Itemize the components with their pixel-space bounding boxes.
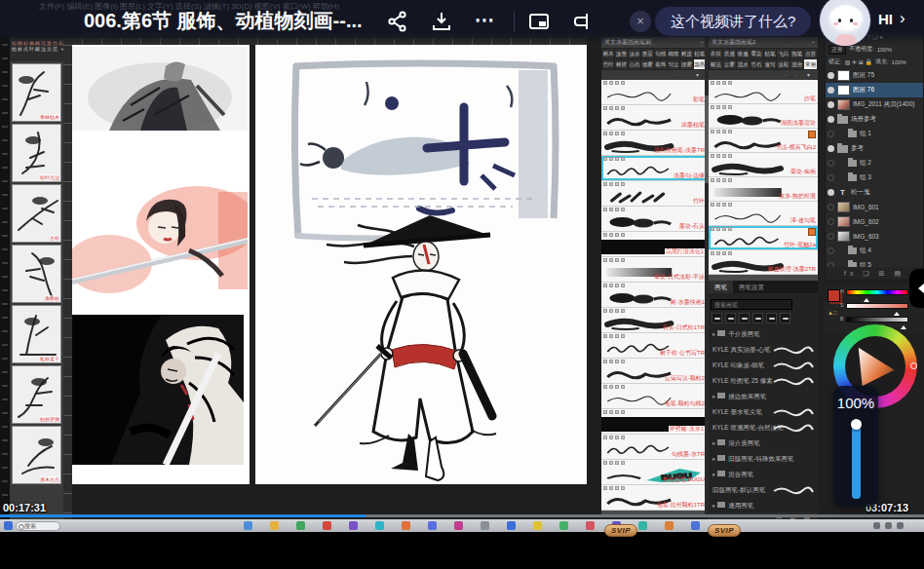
- brush-row[interactable]: 墨染-石头: [601, 207, 707, 232]
- brush-group-row[interactable]: ▸旧版画笔-特殊效果画笔: [709, 451, 818, 467]
- brush-row[interactable]: 竹叶-笔触2a: [709, 226, 818, 250]
- layer-visibility-toggle[interactable]: [828, 233, 834, 240]
- brush-group-row[interactable]: ▸混合画笔: [709, 467, 818, 482]
- brush-category-tab[interactable]: 勾线: [655, 49, 667, 58]
- brush-category-tab[interactable]: 团雾: [680, 59, 692, 69]
- brush-category-tab[interactable]: 竹石: [751, 59, 763, 69]
- layer-visibility-toggle[interactable]: [828, 131, 834, 137]
- brush-category-tab[interactable]: 喷溅: [737, 49, 750, 58]
- tree-reference-card[interactable]: 虬枝老干: [12, 305, 61, 363]
- brush-category-tab[interactable]: 淡彩: [777, 59, 789, 69]
- layer-row[interactable]: IMG_601: [826, 200, 923, 214]
- brush-row[interactable]: 书法-横百飞白2: [709, 129, 818, 153]
- brush-preset-row[interactable]: KYLE 真实油墨-心笔: [709, 342, 818, 358]
- brush-preset-row[interactable]: 旧版画笔-默认画笔: [709, 482, 818, 498]
- brush-row[interactable]: 树皮纹理-淡墨2TR: [709, 250, 818, 275]
- layer-visibility-toggle[interactable]: [828, 101, 834, 108]
- close-icon[interactable]: ×: [630, 11, 651, 32]
- tree-reference-card[interactable]: 灌木丛点: [12, 426, 61, 484]
- layer-row[interactable]: IMG_602: [826, 214, 923, 229]
- foreground-color-swatch[interactable]: [828, 289, 840, 302]
- brush-group-row[interactable]: ▸描边效果画笔: [709, 389, 818, 404]
- brush-category-tab[interactable]: 墨景: [641, 49, 653, 58]
- layer-row[interactable]: 组 3: [826, 171, 923, 185]
- chevron-right-icon[interactable]: ›: [900, 9, 905, 28]
- brush-preset-row[interactable]: KYLE 喷溅画笔-自然淡笔: [709, 420, 818, 436]
- brush-category-tab[interactable]: 点苔: [804, 49, 817, 58]
- layer-visibility-toggle[interactable]: [828, 72, 834, 79]
- brush-row[interactable]: 泽-速勾笔: [709, 202, 818, 226]
- layer-row[interactable]: 图层 75: [826, 68, 923, 83]
- fill-value[interactable]: 100%: [892, 59, 906, 65]
- brush-row[interactable]: 晕染-实画: [709, 153, 818, 177]
- download-icon[interactable]: [430, 10, 453, 33]
- brush-category-tab[interactable]: 竹叶: [602, 59, 614, 69]
- layer-row[interactable]: 图层 76: [826, 83, 923, 97]
- brush-category-tab[interactable]: 树皮: [680, 49, 692, 58]
- layer-row[interactable]: IMG_2011 拷贝(1400): [826, 97, 923, 112]
- brush-category-tab[interactable]: 山石: [629, 59, 640, 69]
- brush-group-row[interactable]: ▸干介质画笔: [709, 326, 818, 342]
- video-content-area[interactable]: 画纸03.psd @ 70.7% (图层 76, RGB/8) * 松柳杉枫树写…: [0, 24, 924, 519]
- layer-visibility-toggle[interactable]: [828, 247, 834, 254]
- brush-category-tab[interactable]: 流水: [737, 59, 750, 69]
- layer-visibility-toggle[interactable]: [828, 160, 834, 167]
- brush-category-tab[interactable]: 淡水: [629, 49, 640, 58]
- brush-group-row[interactable]: ▸通用画笔: [709, 498, 818, 513]
- ai-question-bubble[interactable]: 这个视频讲了什么?: [655, 7, 811, 36]
- brush-row[interactable]: 斧劈皴-淡水1: [601, 409, 707, 435]
- brush-group-row[interactable]: ▸湿介质画笔: [709, 436, 818, 451]
- brush-category-tab[interactable]: 烟雾: [641, 59, 653, 69]
- brush-category-tab[interactable]: 拖笔: [790, 49, 803, 58]
- layer-row[interactable]: 组 4: [826, 244, 923, 258]
- volume-slider[interactable]: [852, 423, 861, 499]
- brush-category-tab[interactable]: 细雨: [668, 49, 679, 58]
- brush-row[interactable]: 勾线墨-水TR: [601, 435, 707, 460]
- brush-category-tab[interactable]: 树木: [602, 49, 614, 58]
- brush-row[interactable]: 淡水-拖把松混: [709, 177, 818, 202]
- brush-category-tab[interactable]: 质感: [723, 49, 736, 58]
- brush-category-tab[interactable]: 皴法: [710, 59, 722, 69]
- tree-reference-card[interactable]: 垂柳枝: [12, 245, 61, 303]
- layer-row[interactable]: 场景参考: [826, 112, 923, 127]
- tree-reference-card[interactable]: 古松: [12, 184, 61, 243]
- brush-category-tab[interactable]: 树枝: [615, 59, 627, 69]
- brush-category-tab[interactable]: 装饰: [655, 59, 667, 69]
- tree-reference-card[interactable]: 枯枝穿插: [12, 365, 61, 424]
- brightness-slider[interactable]: [846, 317, 908, 322]
- brush-row[interactable]: BUGU长毛边笔-BUGU: [601, 460, 707, 485]
- brush-row[interactable]: 晕染-日式淡彩-平涂: [601, 257, 707, 283]
- layer-row[interactable]: 参考: [826, 141, 923, 156]
- layer-row[interactable]: T松一鬼: [826, 185, 923, 200]
- brush-category-tab[interactable]: 速写: [764, 59, 777, 69]
- brush-search-input[interactable]: 搜索画笔: [711, 299, 792, 310]
- brush-row[interactable]: 乌黑打湿淡化1: [601, 232, 707, 257]
- brush-category-tab[interactable]: 衣纹: [710, 49, 722, 58]
- volume-knob[interactable]: [851, 419, 862, 430]
- brush-category-tab[interactable]: 飞白: [777, 49, 789, 58]
- brush-row[interactable]: 毛笔-拉丝颗粒1TR: [601, 485, 707, 511]
- brush-category-tab[interactable]: 写云: [668, 59, 679, 69]
- assistant-hi-label[interactable]: HI: [878, 11, 893, 27]
- tree-reference-card[interactable]: 松针点法: [12, 124, 61, 182]
- brush-category-tab[interactable]: 枯笔: [764, 49, 777, 58]
- layer-row[interactable]: IMG_603: [826, 229, 923, 244]
- brush-row[interactable]: 树干纹-公书写TR: [601, 333, 707, 359]
- brush-row[interactable]: 树-水墨快画1: [601, 283, 707, 308]
- layer-visibility-toggle[interactable]: [828, 145, 834, 152]
- layer-visibility-toggle[interactable]: [828, 218, 834, 225]
- brush-row[interactable]: 毛笔-颗粒勾线2: [601, 384, 707, 409]
- opacity-value[interactable]: 100%: [877, 47, 892, 53]
- layer-visibility-toggle[interactable]: [828, 189, 834, 196]
- brush-preset-row[interactable]: KYLE 绘图笔 25 像素: [709, 373, 818, 389]
- brush-category-tab[interactable]: 晕染: [751, 49, 763, 58]
- brush-row[interactable]: 淡墨勾-边缘: [601, 156, 707, 181]
- more-icon[interactable]: ⋯: [475, 8, 494, 31]
- assistant-avatar[interactable]: [819, 0, 871, 47]
- layer-row[interactable]: 组 2: [826, 156, 923, 171]
- brush-category-tab[interactable]: 泼墨: [615, 49, 627, 58]
- brush-preset-row[interactable]: KYLE 墨水笔尖笔: [709, 404, 818, 420]
- layer-visibility-toggle[interactable]: [828, 204, 834, 210]
- brush-row[interactable]: 湖面淡墨渲染: [709, 104, 818, 129]
- brush-category-tab[interactable]: 混合: [790, 59, 803, 69]
